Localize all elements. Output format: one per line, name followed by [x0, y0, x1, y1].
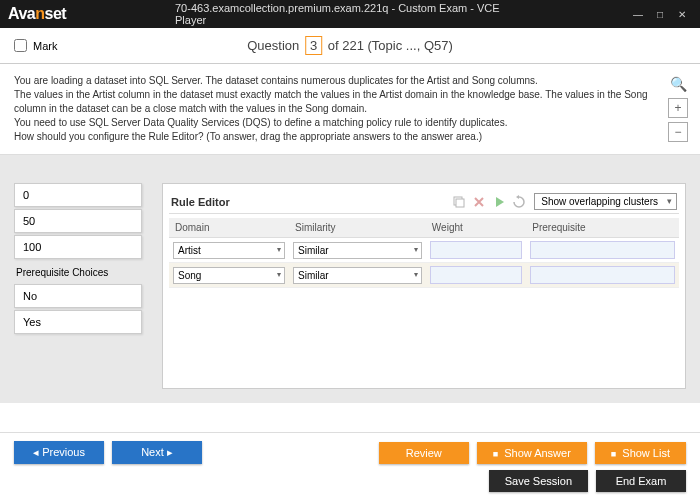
weight-dropzone[interactable]: [430, 241, 522, 259]
question-body: You are loading a dataset into SQL Serve…: [0, 64, 700, 155]
zoom-in-button[interactable]: +: [668, 98, 688, 118]
editor-table: Domain Similarity Weight Prerequisite Ar…: [169, 218, 679, 288]
question-number: 3: [305, 36, 322, 55]
window-title: 70-463.examcollection.premium.exam.221q …: [175, 2, 525, 26]
refresh-icon[interactable]: [512, 195, 526, 209]
table-row: Artist Similar: [169, 238, 679, 263]
rule-editor-panel: Rule Editor Show overlapping clusters: [162, 183, 686, 389]
similarity-cell[interactable]: Similar: [293, 242, 422, 259]
mark-checkbox[interactable]: [14, 39, 27, 52]
choice-item[interactable]: Yes: [14, 310, 142, 334]
search-icon[interactable]: 🔍: [668, 74, 688, 94]
review-button[interactable]: Review: [379, 442, 469, 464]
play-icon[interactable]: [492, 195, 506, 209]
save-session-button[interactable]: Save Session: [489, 470, 588, 492]
minimize-icon[interactable]: —: [628, 6, 648, 22]
col-weight: Weight: [426, 218, 526, 238]
zoom-out-button[interactable]: −: [668, 122, 688, 142]
choices-column: 0 50 100 Prerequisite Choices No Yes: [14, 183, 142, 389]
maximize-icon[interactable]: □: [650, 6, 670, 22]
close-icon[interactable]: ✕: [672, 6, 692, 22]
col-domain: Domain: [169, 218, 289, 238]
answer-area: 0 50 100 Prerequisite Choices No Yes Rul…: [0, 155, 700, 403]
svg-rect-1: [456, 199, 464, 207]
prereq-choices-header: Prerequisite Choices: [14, 261, 142, 282]
end-exam-button[interactable]: End Exam: [596, 470, 686, 492]
prereq-dropzone[interactable]: [530, 266, 675, 284]
choice-item[interactable]: 0: [14, 183, 142, 207]
question-text: You are loading a dataset into SQL Serve…: [14, 74, 686, 144]
zoom-controls: 🔍 + −: [668, 74, 688, 142]
question-counter: Question 3 of 221 (Topic ..., Q57): [247, 38, 453, 53]
mark-label: Mark: [33, 40, 57, 52]
col-prereq: Prerequisite: [526, 218, 679, 238]
weight-dropzone[interactable]: [430, 266, 522, 284]
prereq-dropzone[interactable]: [530, 241, 675, 259]
footer: Previous Next Review Show Answer Show Li…: [0, 432, 700, 500]
show-list-button[interactable]: Show List: [595, 442, 686, 464]
editor-toolbar: Rule Editor Show overlapping clusters: [169, 190, 679, 214]
editor-title: Rule Editor: [171, 196, 230, 208]
domain-cell[interactable]: Song: [173, 267, 285, 284]
copy-icon[interactable]: [452, 195, 466, 209]
table-row: Song Similar: [169, 263, 679, 288]
window-controls: — □ ✕: [628, 6, 692, 22]
app-logo: Avanset: [8, 5, 66, 23]
domain-cell[interactable]: Artist: [173, 242, 285, 259]
choice-item[interactable]: 50: [14, 209, 142, 233]
similarity-cell[interactable]: Similar: [293, 267, 422, 284]
titlebar: Avanset 70-463.examcollection.premium.ex…: [0, 0, 700, 28]
cluster-dropdown[interactable]: Show overlapping clusters: [534, 193, 677, 210]
col-similarity: Similarity: [289, 218, 426, 238]
show-answer-button[interactable]: Show Answer: [477, 442, 587, 464]
question-header: Mark Question 3 of 221 (Topic ..., Q57): [0, 28, 700, 64]
previous-button[interactable]: Previous: [14, 441, 104, 464]
choice-item[interactable]: No: [14, 284, 142, 308]
delete-icon[interactable]: [472, 195, 486, 209]
next-button[interactable]: Next: [112, 441, 202, 464]
choice-item[interactable]: 100: [14, 235, 142, 259]
